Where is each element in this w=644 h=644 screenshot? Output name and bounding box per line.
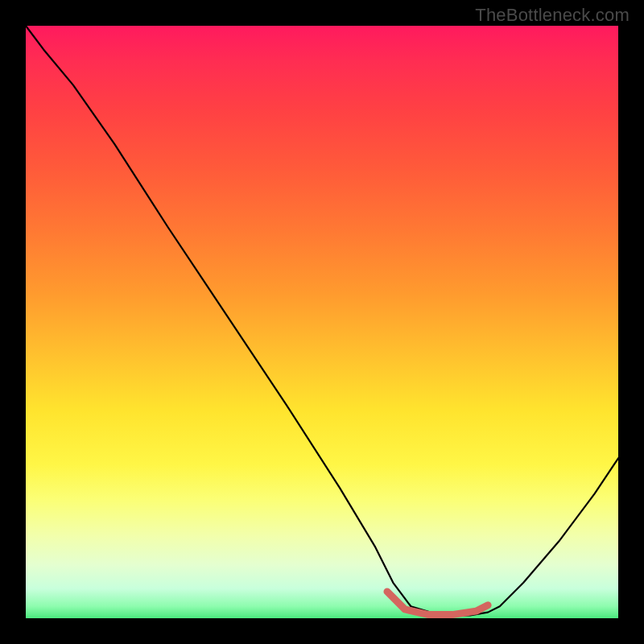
chart-frame: TheBottleneck.com	[0, 0, 644, 644]
watermark-text: TheBottleneck.com	[475, 5, 630, 26]
plot-area	[26, 26, 618, 618]
bottleneck-chart-svg	[26, 26, 618, 618]
bottleneck-curve-path	[26, 26, 618, 615]
